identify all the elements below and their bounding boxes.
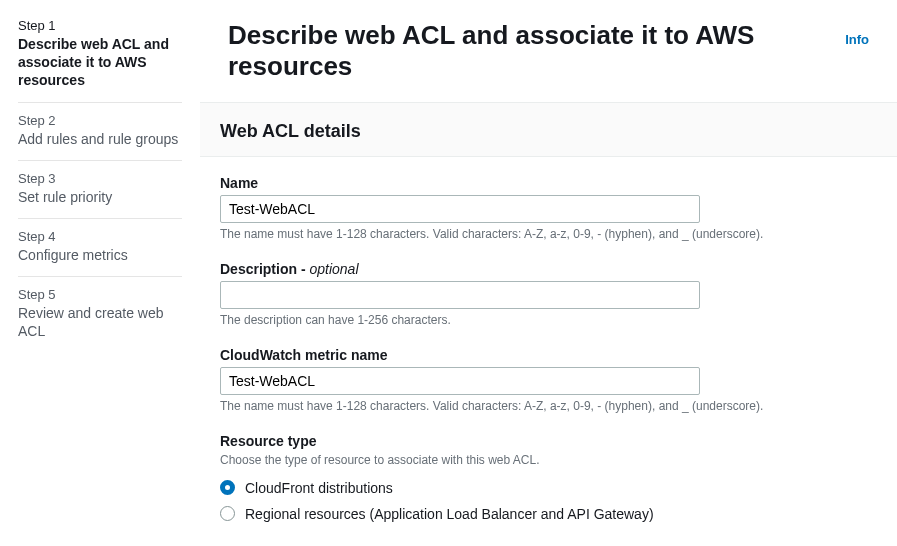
resource-type-group: Resource type Choose the type of resourc… xyxy=(220,433,877,527)
radio-label: Regional resources (Application Load Bal… xyxy=(245,506,654,522)
description-optional: optional xyxy=(309,261,358,277)
name-group: Name The name must have 1-128 characters… xyxy=(220,175,877,241)
metric-label: CloudWatch metric name xyxy=(220,347,877,363)
panel-header: Web ACL details xyxy=(200,103,897,157)
metric-hint: The name must have 1-128 characters. Val… xyxy=(220,399,877,413)
web-acl-details-panel: Web ACL details Name The name must have … xyxy=(200,103,897,546)
sidebar-step-2[interactable]: Step 2 Add rules and rule groups xyxy=(18,102,182,160)
metric-group: CloudWatch metric name The name must hav… xyxy=(220,347,877,413)
wizard-sidebar: Step 1 Describe web ACL and associate it… xyxy=(0,0,200,546)
main-content: Describe web ACL and associate it to AWS… xyxy=(200,0,897,546)
step-title: Review and create web ACL xyxy=(18,304,182,340)
name-hint: The name must have 1-128 characters. Val… xyxy=(220,227,877,241)
step-title: Add rules and rule groups xyxy=(18,130,182,148)
radio-icon xyxy=(220,506,235,521)
name-label: Name xyxy=(220,175,877,191)
step-title: Describe web ACL and associate it to AWS… xyxy=(18,35,182,90)
sidebar-step-4[interactable]: Step 4 Configure metrics xyxy=(18,218,182,276)
radio-label: CloudFront distributions xyxy=(245,480,393,496)
metric-input[interactable] xyxy=(220,367,700,395)
step-number: Step 1 xyxy=(18,18,182,33)
step-title: Configure metrics xyxy=(18,246,182,264)
page-header: Describe web ACL and associate it to AWS… xyxy=(200,0,897,102)
description-label: Description - optional xyxy=(220,261,877,277)
sidebar-step-5[interactable]: Step 5 Review and create web ACL xyxy=(18,276,182,352)
resource-type-sub: Choose the type of resource to associate… xyxy=(220,453,877,469)
resource-type-label: Resource type xyxy=(220,433,877,449)
step-number: Step 4 xyxy=(18,229,182,244)
page-title: Describe web ACL and associate it to AWS… xyxy=(228,20,829,82)
panel-title: Web ACL details xyxy=(220,121,877,142)
info-link[interactable]: Info xyxy=(845,32,869,47)
radio-regional[interactable]: Regional resources (Application Load Bal… xyxy=(220,501,877,527)
description-group: Description - optional The description c… xyxy=(220,261,877,327)
step-number: Step 5 xyxy=(18,287,182,302)
step-title: Set rule priority xyxy=(18,188,182,206)
radio-icon xyxy=(220,480,235,495)
description-hint: The description can have 1-256 character… xyxy=(220,313,877,327)
step-number: Step 3 xyxy=(18,171,182,186)
sidebar-step-1[interactable]: Step 1 Describe web ACL and associate it… xyxy=(18,18,182,102)
step-number: Step 2 xyxy=(18,113,182,128)
radio-cloudfront[interactable]: CloudFront distributions xyxy=(220,475,877,501)
description-input[interactable] xyxy=(220,281,700,309)
sidebar-step-3[interactable]: Step 3 Set rule priority xyxy=(18,160,182,218)
description-label-text: Description - xyxy=(220,261,309,277)
name-input[interactable] xyxy=(220,195,700,223)
